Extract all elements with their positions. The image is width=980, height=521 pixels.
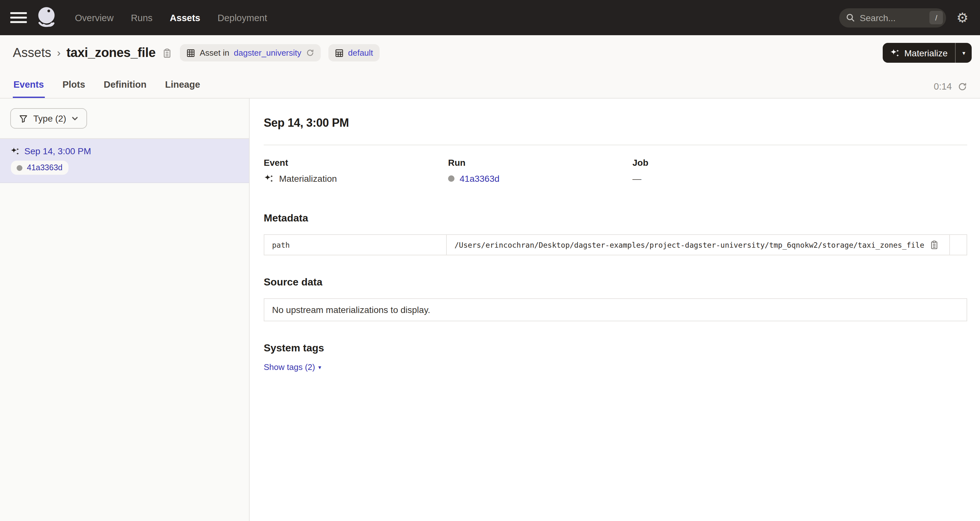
- reload-repo-icon[interactable]: [306, 49, 314, 57]
- tab-plots[interactable]: Plots: [62, 79, 86, 98]
- global-search[interactable]: /: [839, 8, 946, 27]
- nav-item-deployment[interactable]: Deployment: [218, 13, 267, 23]
- run-id-link[interactable]: 41a3363d: [460, 173, 500, 184]
- breadcrumb: Assets › taxi_zones_file: [13, 45, 172, 60]
- event-detail-pane: Sep 14, 3:00 PM Event Materializatio: [250, 98, 980, 521]
- run-status-dot: [448, 175, 455, 182]
- metadata-row: path /Users/erincochran/Desktop/dagster-…: [264, 235, 967, 255]
- page-title: taxi_zones_file: [66, 45, 156, 60]
- job-value: —: [632, 173, 967, 184]
- gear-icon[interactable]: ⚙: [956, 11, 969, 24]
- event-type-value: Materialization: [264, 173, 448, 184]
- source-data-heading: Source data: [264, 276, 967, 288]
- refresh-icon[interactable]: [958, 82, 967, 91]
- primary-nav: Overview Runs Assets Deployment: [75, 13, 267, 23]
- event-list-item-selected[interactable]: Sep 14, 3:00 PM 41a3363d: [0, 139, 249, 183]
- materialize-button[interactable]: Materialize: [883, 43, 955, 63]
- nav-item-runs[interactable]: Runs: [131, 13, 153, 23]
- tab-lineage[interactable]: Lineage: [164, 79, 201, 98]
- filter-row: Type (2): [0, 98, 249, 139]
- metadata-heading: Metadata: [264, 213, 967, 224]
- tab-events[interactable]: Events: [13, 79, 45, 98]
- metadata-extra-cell: [950, 235, 967, 255]
- metadata-path-link[interactable]: /Users/erincochran/Desktop/dagster-examp…: [455, 240, 924, 249]
- materialize-button-label: Materialize: [904, 48, 948, 58]
- dagster-logo[interactable]: [34, 5, 59, 30]
- tab-bar: Events Plots Definition Lineage 0:14: [0, 70, 980, 98]
- run-status-dot: [17, 165, 22, 171]
- event-column-label: Event: [264, 157, 448, 168]
- event-type-text: Materialization: [279, 173, 337, 184]
- run-id-link[interactable]: 41a3363d: [27, 163, 62, 172]
- slash-shortcut-badge: /: [929, 11, 943, 24]
- breadcrumb-separator: ›: [57, 46, 60, 60]
- nav-item-assets[interactable]: Assets: [170, 13, 200, 23]
- asset-group-badge: default: [328, 44, 380, 62]
- type-filter-button[interactable]: Type (2): [10, 108, 88, 129]
- run-column-label: Run: [448, 157, 632, 168]
- asset-repo-badge: Asset in dagster_university: [180, 44, 321, 62]
- heading-divider: [264, 145, 967, 145]
- type-filter-label: Type (2): [33, 113, 66, 124]
- metadata-key-cell: path: [264, 235, 447, 255]
- job-summary-col: Job —: [632, 157, 967, 184]
- run-id-chip[interactable]: 41a3363d: [11, 160, 68, 175]
- event-detail-heading: Sep 14, 3:00 PM: [264, 116, 967, 130]
- refresh-countdown: 0:14: [934, 81, 952, 92]
- octopus-logo-icon: [34, 5, 59, 30]
- materialize-split-button: Materialize ▾: [883, 43, 972, 63]
- search-input[interactable]: [860, 13, 925, 23]
- asset-group-icon: [186, 48, 195, 57]
- group-link[interactable]: default: [348, 48, 373, 57]
- copy-asset-name-icon[interactable]: [162, 48, 172, 58]
- system-tags-heading: System tags: [264, 342, 967, 354]
- run-value: 41a3363d: [448, 173, 632, 184]
- show-tags-toggle[interactable]: Show tags (2) ▾: [264, 362, 321, 372]
- tab-definition[interactable]: Definition: [103, 79, 147, 98]
- search-icon: [846, 13, 855, 22]
- metadata-table: path /Users/erincochran/Desktop/dagster-…: [264, 234, 967, 256]
- caret-down-icon: ▾: [318, 364, 321, 370]
- repo-link[interactable]: dagster_university: [234, 48, 301, 57]
- app-window: Overview Runs Assets Deployment / ⚙ Asse…: [0, 0, 980, 521]
- run-summary-col: Run 41a3363d: [448, 157, 632, 184]
- filter-icon: [19, 114, 28, 123]
- hamburger-menu-icon[interactable]: [10, 11, 27, 24]
- copy-path-icon[interactable]: [929, 240, 939, 249]
- event-summary-grid: Event Materialization Run: [264, 157, 967, 184]
- materialization-sparkle-icon: [264, 173, 274, 184]
- materialize-dropdown-caret-icon[interactable]: ▾: [956, 43, 972, 63]
- page-header: Assets › taxi_zones_file Asset in da: [0, 35, 980, 70]
- source-data-empty-message: No upstream materializations to display.: [264, 298, 967, 321]
- top-nav: Overview Runs Assets Deployment / ⚙: [0, 0, 980, 35]
- chevron-down-icon: [72, 114, 79, 122]
- event-summary-col: Event Materialization: [264, 157, 448, 184]
- event-timestamp-link[interactable]: Sep 14, 3:00 PM: [24, 146, 91, 156]
- event-item-timestamp-row: Sep 14, 3:00 PM: [10, 146, 239, 156]
- events-sidebar: Type (2): [0, 98, 250, 521]
- nav-item-overview[interactable]: Overview: [75, 13, 114, 23]
- breadcrumb-assets-link[interactable]: Assets: [13, 45, 51, 60]
- show-tags-label: Show tags (2): [264, 362, 315, 372]
- materialization-sparkle-icon: [10, 146, 20, 156]
- group-grid-icon: [335, 48, 344, 57]
- metadata-value-cell: /Users/erincochran/Desktop/dagster-examp…: [447, 235, 950, 255]
- asset-repo-prefix: Asset in: [200, 48, 229, 57]
- job-column-label: Job: [632, 157, 967, 168]
- materialize-sparkle-icon: [890, 48, 900, 58]
- content-area: Type (2): [0, 98, 980, 521]
- refresh-timer: 0:14: [934, 81, 967, 98]
- asset-tabs: Events Plots Definition Lineage: [13, 79, 200, 98]
